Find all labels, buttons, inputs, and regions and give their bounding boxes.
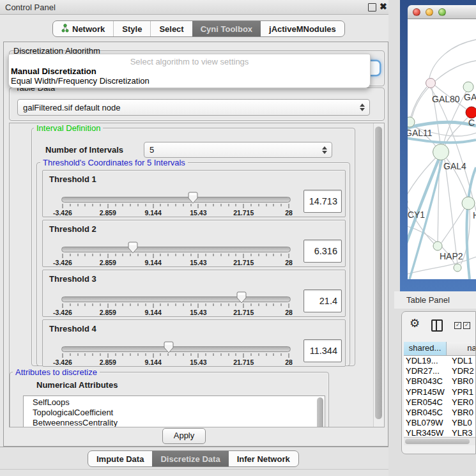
network-node[interactable] [408,117,415,127]
tick-mark [100,204,101,206]
checkbox-icon[interactable]: ✓ [454,322,461,329]
tick-mark [266,353,266,356]
tick-mark [107,254,108,258]
tab-cyni-toolbox[interactable]: Cyni Toolbox [192,21,261,36]
table-hscrollbar[interactable] [404,437,475,445]
slider-track[interactable] [61,247,291,252]
dropdown-option-equal-width-frequency[interactable]: Equal Width/Frequency Discretization [11,76,150,86]
column-header-name[interactable]: na [447,342,475,355]
table-row[interactable]: YBR043CYBR0 [404,376,475,387]
tick-mark [213,353,214,356]
number-of-intervals-combo[interactable]: 5 [144,142,332,158]
slider-thumb[interactable] [164,341,174,353]
minimize-traffic-light-icon[interactable] [426,8,433,16]
network-node[interactable] [433,144,449,160]
tick-mark [258,204,259,206]
table-data-combo[interactable]: galFiltered.sif default node [17,99,370,116]
network-node[interactable] [454,264,461,272]
tick-mark [198,204,199,208]
tick-mark [273,303,274,306]
threshold-value-field[interactable]: 14.713 [303,190,342,213]
tick-mark [289,204,289,208]
attribute-list-item[interactable]: BetweennessCentrality [24,417,325,427]
tab-jactivemnodules[interactable]: jActiveMNodules [261,21,344,36]
tab-style[interactable]: Style [113,21,150,36]
dropdown-option-manual-discretization[interactable]: Manual Discretization [11,66,96,76]
float-window-icon[interactable] [368,3,376,12]
slider-thumb[interactable] [188,192,198,204]
network-canvas[interactable]: GAL80GACGAL11GAL4GCY1HHAP2 [408,19,476,279]
cell-shared-name[interactable]: YBR045C [404,408,449,418]
tab-impute-data[interactable]: Impute Data [88,451,152,466]
cell-shared-name[interactable]: YBR043C [404,376,449,387]
settings-scrollbar[interactable] [373,123,384,427]
table-row[interactable]: YBR045CYBR0 [404,408,475,418]
numerical-attributes-list[interactable]: SelfLoopsTopologicalCoefficientBetweenne… [23,395,325,427]
apply-button[interactable]: Apply [162,428,206,444]
cell-name[interactable]: YLR3 [449,428,475,436]
interval-definition-label: Interval Definition [34,123,103,133]
cell-shared-name[interactable]: YDL19... [404,356,449,366]
tab-network[interactable]: Network [53,21,113,36]
cell-shared-name[interactable]: YLR345W [404,428,449,436]
network-edge[interactable] [441,208,464,243]
tick-label: -3.426 [53,259,72,266]
tick-mark [213,254,214,256]
tab-discretize-data[interactable]: Discretize Data [152,451,228,466]
gear-icon[interactable]: ⚙ [410,316,420,330]
tab-infer-network[interactable]: Infer Network [229,451,298,466]
scrollbar-thumb[interactable] [375,127,382,419]
cell-name[interactable]: YPR1 [449,387,475,397]
zoom-traffic-light-icon[interactable] [438,8,446,16]
cell-shared-name[interactable]: YER054C [404,397,449,408]
cell-name[interactable]: YER0 [449,397,475,408]
network-window-titlebar[interactable] [408,5,476,19]
cell-name[interactable]: YBR0 [449,408,475,418]
cell-shared-name[interactable]: YPR145W [404,387,449,397]
cell-name[interactable]: YDL1 [449,356,475,366]
slider-track[interactable] [61,296,291,302]
network-edge[interactable] [408,137,476,142]
slider-thumb[interactable] [128,242,138,254]
cell-shared-name[interactable]: YBL079W [404,418,449,428]
tick-label: 28 [285,259,293,266]
network-node[interactable] [466,107,476,118]
table-row[interactable]: YDL19...YDL1 [404,356,475,366]
table-row[interactable]: YPR145WYPR1 [404,387,475,397]
network-edge[interactable] [429,40,476,78]
tab-label: Discretize Data [160,454,220,464]
tab-select[interactable]: Select [150,21,192,36]
table-row[interactable]: YBL079WYBL0 [404,418,475,428]
scrollbar-thumb[interactable] [405,439,470,444]
slider-track[interactable] [61,346,291,352]
slider-track[interactable] [61,197,291,203]
column-header-shared-name[interactable]: shared... [404,342,447,355]
column-layout-icon[interactable] [431,319,443,332]
threshold-value-field[interactable]: 6.316 [303,240,342,263]
network-edge[interactable] [445,160,457,264]
table-row[interactable]: YLR345WYLR3 [404,428,475,436]
slider-thumb[interactable] [236,291,247,303]
attribute-list-item[interactable]: SelfLoops [24,396,325,406]
network-node[interactable] [433,242,442,250]
table-row[interactable]: YER054CYER0 [404,397,475,408]
close-traffic-light-icon[interactable] [413,8,420,16]
threshold-value-field[interactable]: 21.4 [303,289,342,312]
cell-name[interactable]: YBR0 [449,376,475,387]
close-icon[interactable]: ✖ [380,1,387,8]
table-row[interactable]: YDR27...YDR2 [404,366,475,376]
network-edge[interactable] [466,167,476,279]
threshold-value-field[interactable]: 11.344 [303,339,342,362]
cell-name[interactable]: YBL0 [449,418,475,428]
list-scrollbar[interactable] [317,397,323,427]
checkbox-icon[interactable]: ✓ [463,322,470,329]
cell-shared-name[interactable]: YDR27... [404,366,449,376]
network-node[interactable] [426,79,436,88]
cell-name[interactable]: YDR2 [449,366,475,376]
tick-mark [77,303,78,306]
network-node[interactable] [462,197,475,210]
network-node[interactable] [463,82,473,92]
tick-mark [266,254,266,256]
attribute-list-item[interactable]: TopologicalCoefficient [24,406,325,417]
tick-mark [153,303,153,308]
